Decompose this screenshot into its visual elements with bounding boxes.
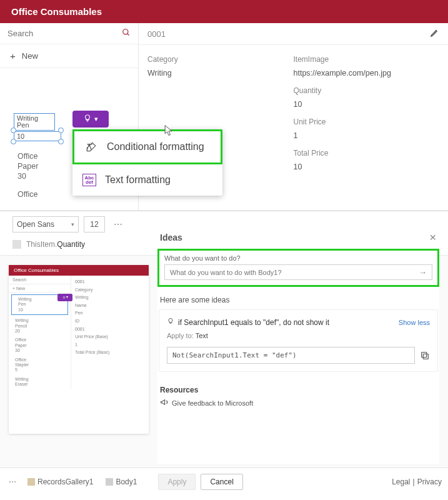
record-id: 0001 — [147, 29, 166, 39]
chevron-down-icon: ▾ — [71, 221, 74, 228]
ideas-subhead: Here are some ideas — [160, 296, 437, 304]
resize-handle[interactable] — [11, 139, 16, 144]
mini-item-selected: WritingPen10 ▾ — [11, 294, 68, 315]
svg-point-0 — [123, 29, 128, 34]
edit-icon[interactable] — [430, 28, 439, 39]
cancel-button[interactable]: Cancel — [201, 474, 242, 490]
selected-field-title[interactable]: Writing Pen — [14, 113, 55, 131]
svg-rect-4 — [422, 352, 427, 357]
resize-handle[interactable] — [11, 128, 16, 133]
font-size-input[interactable]: 12 — [84, 216, 105, 232]
footer-bar: ⋯ RecordsGallery1 Body1 Apply Cancel Leg… — [0, 468, 448, 495]
resize-handle[interactable] — [58, 128, 64, 133]
menu-text-formatting[interactable]: Abcdef Text formatting — [72, 164, 222, 196]
record-id-row: 0001 — [139, 23, 448, 45]
show-less-link[interactable]: Show less — [399, 319, 430, 326]
feedback-link[interactable]: Give feedback to Microsoft — [160, 398, 437, 408]
menu-label: Conditional formatting — [107, 141, 204, 152]
gallery-panel: + New Writing Pen 10 ▾ Writing Pencil 20 — [0, 23, 139, 210]
ideas-question-box: What do you want to do? → — [157, 249, 439, 287]
legal-link[interactable]: Legal — [392, 478, 410, 486]
more-icon[interactable]: ⋯ — [110, 219, 126, 229]
megaphone-icon — [160, 398, 168, 408]
ideas-question-label: What do you want to do? — [164, 254, 432, 262]
formula-text: ThisItem.Quantity — [26, 240, 85, 249]
apply-to-label: Apply to: — [167, 332, 194, 339]
svg-line-1 — [127, 34, 129, 36]
code-box[interactable]: Not(SearchInput1.Text = "def") — [167, 347, 415, 364]
submit-arrow-icon[interactable]: → — [419, 268, 427, 277]
new-button[interactable]: + New — [0, 44, 138, 68]
search-row — [0, 23, 138, 44]
privacy-link[interactable]: Privacy — [417, 478, 442, 486]
mini-search: Search — [9, 276, 71, 284]
copy-icon[interactable] — [420, 351, 430, 361]
fx-icon — [12, 240, 21, 249]
lightbulb-icon — [167, 318, 174, 327]
chevron-down-icon: ▾ — [94, 115, 98, 123]
gallery-icon — [27, 478, 35, 486]
menu-label: Text formatting — [105, 174, 171, 186]
mini-banner: Office Consumables — [9, 265, 149, 276]
breadcrumb-item[interactable]: RecordsGallery1 — [24, 476, 97, 488]
ideas-dropdown-button[interactable]: ▾ — [72, 111, 109, 128]
idea-title: if SearchInput1 equals to "def", do not … — [178, 318, 329, 327]
close-icon[interactable]: ✕ — [429, 232, 437, 242]
ideas-input[interactable] — [170, 269, 419, 276]
app-title: Office Consumables — [11, 6, 102, 17]
font-select[interactable]: Open Sans ▾ — [12, 216, 79, 232]
breadcrumb-item[interactable]: Body1 — [102, 476, 141, 488]
plus-icon: + — [10, 51, 16, 61]
svg-point-2 — [63, 296, 65, 298]
mini-new: + New — [9, 284, 71, 293]
selected-field-qty[interactable]: 10 — [14, 131, 61, 141]
ideas-panel: Ideas ✕ What do you want to do? → Here a… — [157, 228, 439, 464]
format-context-menu: Conditional formatting Abcdef Text forma… — [72, 129, 222, 196]
search-icon[interactable] — [122, 28, 131, 39]
mini-item: OfficeStapler5 — [9, 356, 71, 375]
lightbulb-icon — [83, 114, 92, 125]
apply-to-target: Text — [196, 332, 208, 339]
ideas-title: Ideas — [160, 232, 182, 242]
mini-item: WritingEraser — [9, 375, 71, 389]
svg-rect-3 — [423, 354, 428, 359]
breadcrumb-more-icon[interactable]: ⋯ — [6, 478, 19, 486]
mini-detail: 0001 CategoryWriting NamePen ID0001 Unit… — [71, 276, 149, 389]
apply-button[interactable]: Apply — [158, 474, 196, 490]
mini-item: OfficePaper30 — [9, 336, 71, 355]
text-format-icon: Abcdef — [82, 173, 96, 187]
mini-item: WritingPencil20 — [9, 316, 71, 336]
resources-heading: Resources — [160, 386, 437, 394]
breadcrumb: ⋯ RecordsGallery1 Body1 — [6, 476, 141, 488]
mini-lightbulb-icon: ▾ — [57, 294, 72, 301]
resize-handle[interactable] — [58, 139, 64, 144]
new-label: New — [22, 51, 38, 61]
control-icon — [106, 478, 113, 486]
conditional-format-icon — [84, 140, 98, 154]
search-input[interactable] — [7, 29, 122, 38]
preview-canvas: Office Consumables Search + New WritingP… — [9, 265, 149, 434]
idea-card: if SearchInput1 equals to "def", do not … — [159, 309, 438, 372]
app-banner: Office Consumables — [0, 0, 448, 23]
menu-conditional-formatting[interactable]: Conditional formatting — [74, 131, 221, 162]
